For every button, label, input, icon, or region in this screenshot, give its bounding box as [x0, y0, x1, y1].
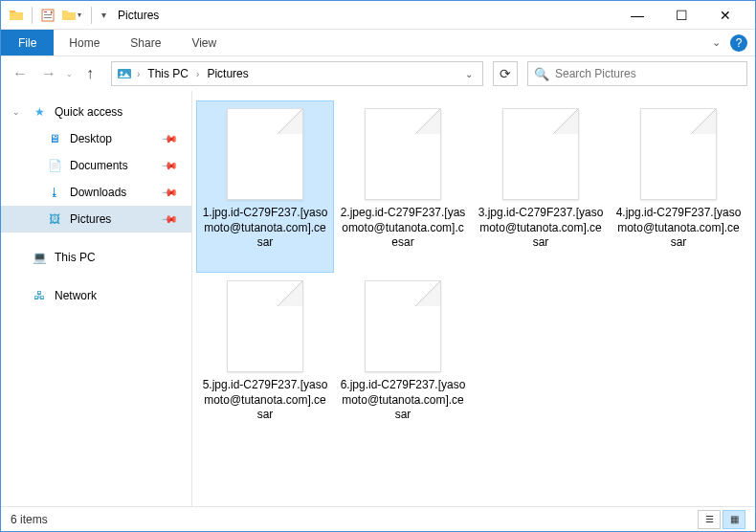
svg-point-5: [121, 72, 123, 75]
svg-rect-3: [44, 17, 52, 18]
file-icon: [502, 108, 579, 200]
explorer-window: ▾ ▾ Pictures — ☐ ✕ File Home Share View …: [0, 0, 756, 532]
documents-icon: 📄: [47, 158, 62, 173]
breadcrumb-sep[interactable]: ›: [133, 69, 144, 79]
file-name: 2.jpeg.id-C279F237.[yasomoto@tutanota.co…: [340, 206, 466, 251]
file-item[interactable]: 3.jpg.id-C279F237.[yasomoto@tutanota.com…: [472, 100, 610, 273]
sidebar-item-label: Desktop: [70, 132, 112, 145]
navigation-pane: ⌄ ★ Quick access 🖥 Desktop 📌 📄 Documents…: [1, 91, 192, 506]
sidebar-network[interactable]: 🖧 Network: [1, 282, 191, 309]
navigation-bar: ← → ⌄ ↑ › This PC › Pictures ⌄ ⟳ 🔍: [1, 56, 755, 91]
qat-separator-2: [91, 7, 92, 24]
sidebar-item-downloads[interactable]: ⭳ Downloads 📌: [1, 179, 191, 206]
search-input[interactable]: [555, 67, 741, 80]
sidebar-this-pc[interactable]: 💻 This PC: [1, 244, 191, 271]
close-button[interactable]: ✕: [703, 1, 747, 30]
body: ⌄ ★ Quick access 🖥 Desktop 📌 📄 Documents…: [1, 91, 755, 506]
maximize-button[interactable]: ☐: [659, 1, 703, 30]
svg-rect-1: [44, 11, 47, 12]
address-dropdown-icon[interactable]: ⌄: [459, 69, 478, 79]
icons-view-button[interactable]: ▦: [723, 510, 745, 529]
downloads-icon: ⭳: [47, 185, 62, 200]
back-button[interactable]: ←: [9, 62, 32, 85]
forward-button[interactable]: →: [37, 62, 60, 85]
search-box[interactable]: 🔍: [527, 61, 747, 86]
file-icon: [227, 280, 303, 372]
pin-icon: 📌: [160, 210, 178, 228]
file-icon: [365, 108, 441, 200]
file-icon: [227, 108, 303, 200]
file-name: 3.jpg.id-C279F237.[yasomoto@tutanota.com…: [478, 206, 604, 251]
breadcrumb-sep[interactable]: ›: [192, 69, 203, 79]
file-list[interactable]: 1.jpg.id-C279F237.[yasomoto@tutanota.com…: [192, 91, 755, 506]
file-name: 5.jpg.id-C279F237.[yasomoto@tutanota.com…: [202, 378, 328, 423]
recent-locations-icon[interactable]: ⌄: [66, 70, 73, 78]
up-button[interactable]: ↑: [78, 62, 101, 85]
caret-icon[interactable]: ⌄: [12, 107, 20, 117]
pictures-icon: 🖼: [47, 211, 62, 227]
pin-icon: 📌: [160, 183, 178, 201]
network-icon: 🖧: [32, 288, 47, 303]
sidebar-item-label: Quick access: [55, 105, 122, 119]
sidebar-item-label: Downloads: [70, 186, 126, 199]
sidebar-item-documents[interactable]: 📄 Documents 📌: [1, 152, 191, 179]
address-bar[interactable]: › This PC › Pictures ⌄: [111, 61, 483, 86]
refresh-button[interactable]: ⟳: [493, 61, 518, 86]
breadcrumb-this-pc[interactable]: This PC: [144, 65, 192, 82]
file-item[interactable]: 6.jpg.id-C279F237.[yasomoto@tutanota.com…: [334, 273, 472, 445]
file-name: 1.jpg.id-C279F237.[yasomoto@tutanota.com…: [202, 206, 328, 251]
pin-icon: 📌: [160, 129, 178, 147]
file-icon: [640, 108, 717, 200]
file-item[interactable]: 1.jpg.id-C279F237.[yasomoto@tutanota.com…: [196, 100, 334, 273]
view-toggle: ☰ ▦: [698, 510, 745, 529]
folder-dropdown-icon[interactable]: ▾: [59, 6, 83, 25]
file-name: 4.jpg.id-C279F237.[yasomoto@tutanota.com…: [615, 206, 742, 251]
folder-icon: [9, 8, 24, 23]
pin-icon: 📌: [160, 156, 178, 174]
file-name: 6.jpg.id-C279F237.[yasomoto@tutanota.com…: [340, 378, 466, 423]
nav-arrows: ← → ⌄ ↑: [9, 62, 101, 85]
quick-access-toolbar: ▾ ▾: [9, 6, 108, 25]
item-count: 6 items: [11, 513, 48, 526]
ribbon-tabs: File Home Share View ⌄ ?: [1, 30, 755, 56]
sidebar-quick-access[interactable]: ⌄ ★ Quick access: [1, 99, 191, 125]
file-icon: [365, 280, 441, 372]
minimize-button[interactable]: —: [615, 1, 659, 30]
details-view-button[interactable]: ☰: [698, 510, 721, 529]
desktop-icon: 🖥: [47, 131, 62, 146]
sidebar-item-label: Pictures: [70, 212, 111, 226]
star-icon: ★: [32, 104, 47, 120]
status-bar: 6 items ☰ ▦: [1, 506, 755, 531]
qat-separator: [32, 7, 33, 24]
help-icon[interactable]: ?: [730, 34, 747, 52]
expand-ribbon-icon[interactable]: ⌄: [708, 34, 724, 51]
tab-view[interactable]: View: [176, 30, 232, 55]
sidebar-item-pictures[interactable]: 🖼 Pictures 📌: [1, 206, 191, 233]
file-item[interactable]: 2.jpeg.id-C279F237.[yasomoto@tutanota.co…: [334, 100, 472, 273]
svg-rect-2: [44, 14, 52, 15]
sidebar-item-label: Documents: [70, 159, 128, 172]
tab-file[interactable]: File: [1, 30, 54, 55]
qat-customize[interactable]: ▾: [100, 8, 108, 22]
properties-icon[interactable]: [40, 8, 56, 23]
tab-share[interactable]: Share: [115, 30, 176, 55]
this-pc-icon: 💻: [32, 250, 47, 265]
sidebar-item-desktop[interactable]: 🖥 Desktop 📌: [1, 125, 191, 152]
sidebar-item-label: This PC: [55, 251, 96, 264]
sidebar-item-label: Network: [55, 289, 97, 302]
file-item[interactable]: 4.jpg.id-C279F237.[yasomoto@tutanota.com…: [610, 100, 747, 273]
breadcrumb-pictures[interactable]: Pictures: [203, 65, 252, 82]
window-title: Pictures: [118, 9, 159, 22]
search-icon: 🔍: [534, 67, 549, 81]
tab-home[interactable]: Home: [54, 30, 115, 55]
titlebar: ▾ ▾ Pictures — ☐ ✕: [1, 1, 755, 30]
file-item[interactable]: 5.jpg.id-C279F237.[yasomoto@tutanota.com…: [196, 273, 334, 445]
window-controls: — ☐ ✕: [615, 1, 747, 30]
pictures-folder-icon: [116, 65, 133, 82]
